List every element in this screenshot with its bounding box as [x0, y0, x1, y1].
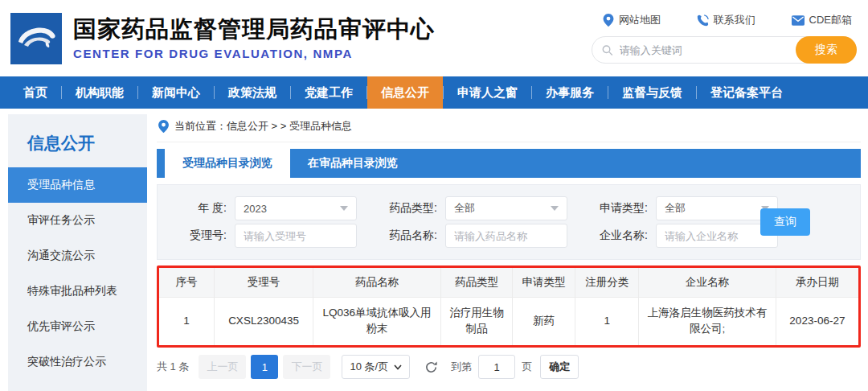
results-table-highlight: 序号 受理号 药品名称 药品类型 申请类型 注册分类 企业名称 承办日期 1 C… — [157, 265, 861, 348]
col-header-date: 承办日期 — [776, 268, 858, 297]
drug-name-label: 药品名称: — [379, 228, 437, 243]
nav-item-policy[interactable]: 政策法规 — [215, 76, 290, 109]
brand-block: 国家药品监督管理局药品审评中心 CENTER FOR DRUG EVALUATI… — [73, 16, 592, 60]
goto-page-input[interactable] — [478, 355, 515, 379]
cell-drug-name: LQ036单域抗体吸入用粉末 — [313, 297, 440, 345]
nav-item-applicant-window[interactable]: 申请人之窗 — [444, 76, 531, 109]
sidebar-item-communication[interactable]: 沟通交流公示 — [8, 238, 147, 274]
chevron-down-icon — [551, 206, 559, 211]
tab-accepted-catalog[interactable]: 受理品种目录浏览 — [165, 149, 290, 178]
col-header-accept-no: 受理号 — [215, 268, 313, 297]
confirm-button[interactable]: 确定 — [540, 355, 579, 379]
cell-drug-type: 治疗用生物制品 — [441, 297, 513, 345]
drug-name-input[interactable] — [454, 230, 559, 242]
apply-type-select-value: 全部 — [665, 201, 686, 216]
page-size-value: 10 条/页 — [350, 360, 388, 374]
nav-item-info-disclosure[interactable]: 信息公开 — [367, 76, 443, 109]
drug-type-select[interactable]: 全部 — [445, 196, 567, 220]
cell-index: 1 — [159, 297, 215, 345]
next-page-button[interactable]: 下一页 — [283, 355, 330, 379]
drug-type-label: 药品类型: — [379, 201, 437, 216]
breadcrumb: 当前位置：信息公开 > > 受理品种信息 — [157, 114, 861, 142]
table-header-row: 序号 受理号 药品名称 药品类型 申请类型 注册分类 企业名称 承办日期 — [159, 268, 858, 297]
sitemap-link[interactable]: 网站地图 — [603, 13, 661, 27]
drug-type-select-value: 全部 — [454, 201, 475, 216]
sidebar-item-review-tasks[interactable]: 审评任务公示 — [8, 203, 147, 238]
nav-item-news[interactable]: 新闻中心 — [138, 76, 214, 109]
sidebar-item-accepted-varieties[interactable]: 受理品种信息 — [8, 167, 147, 203]
table-row: 1 CXSL2300435 LQ036单域抗体吸入用粉末 治疗用生物制品 新药 … — [159, 297, 858, 345]
company-label: 企业名称: — [590, 228, 648, 243]
goto-unit-label: 页 — [522, 360, 532, 374]
refresh-icon[interactable] — [424, 360, 438, 374]
chevron-down-icon — [394, 364, 402, 370]
total-count: 共 1 条 — [157, 360, 189, 374]
cell-reg-class: 1 — [575, 297, 639, 345]
col-header-company: 企业名称 — [639, 268, 776, 297]
accept-no-label: 受理号: — [169, 228, 227, 243]
phone-icon — [697, 14, 709, 27]
site-subtitle: CENTER FOR DRUG EVALUATION, NMPA — [73, 47, 592, 60]
sidebar-item-three-in-one[interactable]: 三合一序列公示 — [8, 380, 147, 391]
filter-panel: 年 度: 2023 药品类型: 全部 申请类型: 全部 受理号: — [157, 184, 861, 260]
sidebar-item-breakthrough-therapy[interactable]: 突破性治疗公示 — [8, 344, 147, 380]
search-button[interactable]: 搜索 — [796, 36, 857, 64]
col-header-reg-class: 注册分类 — [575, 268, 639, 297]
cell-accept-no: CXSL2300435 — [215, 297, 313, 345]
search-row: 搜索 — [592, 36, 857, 64]
query-button[interactable]: 查询 — [760, 208, 810, 236]
sidebar-title: 信息公开 — [8, 126, 147, 167]
cell-date: 2023-06-27 — [776, 297, 858, 345]
chevron-down-icon — [340, 206, 348, 211]
main-nav: 首页 机构职能 新闻中心 政策法规 党建工作 信息公开 申请人之窗 办事服务 监… — [0, 76, 868, 109]
pagination: 共 1 条 上一页 1 下一页 10 条/页 到第 页 确定 — [157, 355, 861, 379]
search-icon — [602, 44, 613, 56]
col-header-index: 序号 — [159, 268, 215, 297]
year-label: 年 度: — [169, 201, 227, 216]
col-header-apply-type: 申请类型 — [512, 268, 575, 297]
mailbox-link[interactable]: CDE邮箱 — [792, 13, 852, 27]
sitemap-label: 网站地图 — [619, 13, 661, 27]
col-header-drug-type: 药品类型 — [441, 268, 513, 297]
goto-label: 到第 — [451, 360, 472, 374]
sidebar: 信息公开 受理品种信息 审评任务公示 沟通交流公示 特殊审批品种列表 优先审评公… — [8, 114, 147, 391]
map-pin-icon — [603, 14, 614, 27]
company-input[interactable] — [665, 230, 769, 242]
nav-item-services[interactable]: 办事服务 — [532, 76, 608, 109]
contact-link[interactable]: 联系我们 — [697, 13, 755, 27]
mailbox-label: CDE邮箱 — [809, 13, 852, 27]
contact-label: 联系我们 — [714, 13, 755, 27]
prev-page-button[interactable]: 上一页 — [199, 355, 246, 379]
nav-item-home[interactable]: 首页 — [10, 76, 61, 109]
year-select[interactable]: 2023 — [235, 196, 357, 220]
cell-apply-type: 新药 — [512, 297, 575, 345]
year-select-value: 2023 — [244, 203, 267, 215]
site-title: 国家药品监督管理局药品审评中心 — [73, 16, 592, 43]
col-header-drug-name: 药品名称 — [313, 268, 440, 297]
mail-icon — [792, 15, 805, 26]
tab-under-review-catalog[interactable]: 在审品种目录浏览 — [290, 149, 416, 178]
sidebar-item-priority-review[interactable]: 优先审评公示 — [8, 309, 147, 344]
tab-bar: 受理品种目录浏览 在审品种目录浏览 — [157, 149, 861, 178]
drug-name-field — [445, 224, 567, 248]
accept-no-field — [235, 224, 357, 248]
top-links: 网站地图 联系我们 CDE邮箱 — [592, 13, 857, 27]
nav-item-registration-platform[interactable]: 登记备案平台 — [697, 76, 796, 109]
page-1-button[interactable]: 1 — [251, 355, 278, 379]
accept-no-input[interactable] — [244, 230, 348, 242]
results-table: 序号 受理号 药品名称 药品类型 申请类型 注册分类 企业名称 承办日期 1 C… — [159, 268, 858, 345]
site-header: 国家药品监督管理局药品审评中心 CENTER FOR DRUG EVALUATI… — [0, 0, 868, 76]
main-panel: 当前位置：信息公开 > > 受理品种信息 受理品种目录浏览 在审品种目录浏览 年… — [157, 114, 861, 391]
nav-item-supervision[interactable]: 监督与反馈 — [608, 76, 696, 109]
page-size-select[interactable]: 10 条/页 — [342, 355, 410, 379]
cell-company: 上海洛启生物医药技术有限公司; — [639, 297, 776, 345]
location-pin-icon — [158, 120, 169, 133]
nav-item-party[interactable]: 党建工作 — [291, 76, 366, 109]
search-input[interactable] — [620, 44, 792, 56]
sidebar-item-special-approval[interactable]: 特殊审批品种列表 — [8, 274, 147, 309]
breadcrumb-text: 当前位置：信息公开 > > 受理品种信息 — [174, 119, 352, 134]
cde-logo-icon — [10, 13, 62, 64]
apply-type-label: 申请类型: — [590, 201, 648, 216]
nav-item-functions[interactable]: 机构职能 — [62, 76, 137, 109]
